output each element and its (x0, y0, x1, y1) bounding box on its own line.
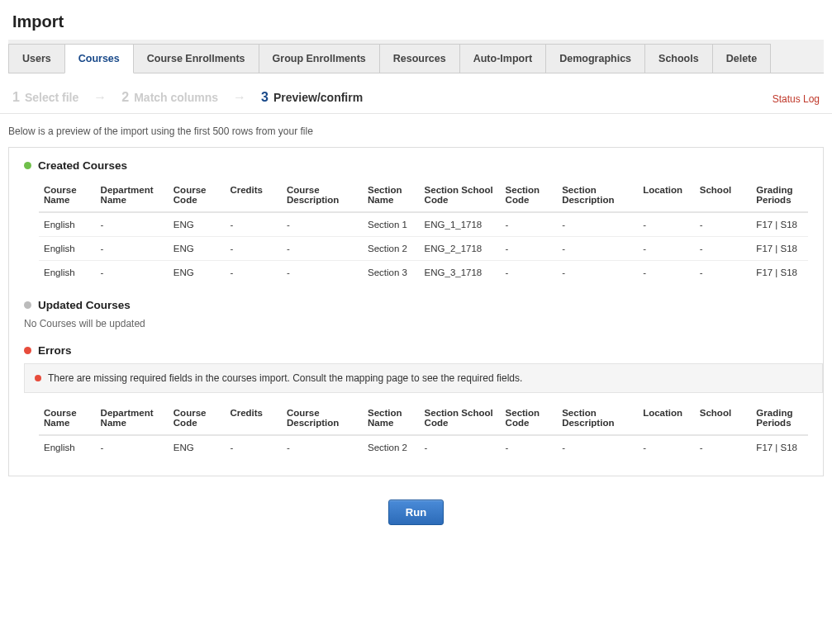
table-cell: Section 1 (363, 212, 420, 237)
col-header: Grading Periods (751, 178, 808, 212)
wizard-steps: 1Select file→2Match columns→3Preview/con… (0, 73, 832, 114)
tab-demographics[interactable]: Demographics (545, 44, 645, 73)
table-cell: Section 2 (363, 435, 420, 459)
errors-tbody: English-ENG--Section 2-----F17 | S18 (39, 435, 808, 459)
step-label: Match columns (134, 91, 218, 104)
tab-resources[interactable]: Resources (379, 44, 460, 73)
arrow-icon: → (233, 90, 246, 105)
col-header: Section School Code (420, 178, 501, 212)
table-row: English-ENG--Section 2ENG_2_1718----F17 … (39, 237, 808, 261)
tab-bar: UsersCoursesCourse EnrollmentsGroup Enro… (8, 40, 824, 73)
updated-title: Updated Courses (38, 299, 131, 311)
table-cell: - (225, 435, 282, 459)
table-cell: - (225, 261, 282, 285)
updated-note: No Courses will be updated (24, 318, 808, 329)
tab-users[interactable]: Users (8, 44, 65, 73)
table-cell: - (96, 237, 169, 261)
col-header: Location (638, 178, 695, 212)
col-header: Location (638, 401, 695, 435)
col-header: Section Code (501, 178, 558, 212)
status-dot-updated (24, 301, 31, 309)
preview-subtext: Below is a preview of the import using t… (0, 114, 832, 147)
col-header: Course Name (39, 178, 96, 212)
table-cell: ENG (169, 435, 226, 459)
errors-title: Errors (38, 344, 72, 357)
col-header: Department Name (96, 178, 169, 212)
table-cell: F17 | S18 (751, 435, 808, 459)
created-tbody: English-ENG--Section 1ENG_1_1718----F17 … (39, 212, 808, 284)
col-header: Section Name (363, 178, 420, 212)
alert-text: There are missing required fields in the… (48, 372, 522, 384)
table-cell: ENG_1_1718 (420, 212, 501, 237)
table-cell: - (225, 237, 282, 261)
col-header: Department Name (96, 401, 169, 435)
col-header: Section Description (557, 401, 638, 435)
table-cell: - (282, 435, 363, 459)
col-header: Section Description (557, 178, 638, 212)
alert-dot-icon (35, 375, 41, 381)
tab-auto-import[interactable]: Auto-Import (459, 44, 547, 73)
wizard-step-1: 1Select file (12, 90, 78, 105)
col-header: School (695, 401, 752, 435)
errors-section: Errors (9, 336, 823, 357)
created-table: Course NameDepartment NameCourse CodeCre… (39, 178, 808, 284)
table-cell: ENG_2_1718 (420, 237, 501, 261)
table-cell: - (557, 212, 638, 237)
table-cell: - (282, 261, 363, 285)
table-cell: - (557, 261, 638, 285)
table-cell: - (96, 261, 169, 285)
table-cell: - (501, 435, 558, 459)
table-cell: - (557, 237, 638, 261)
table-cell: English (39, 435, 96, 459)
table-cell: - (501, 212, 558, 237)
run-button[interactable]: Run (388, 500, 444, 525)
step-label: Preview/confirm (273, 91, 363, 104)
tab-schools[interactable]: Schools (644, 44, 713, 73)
table-cell: - (695, 435, 752, 459)
table-cell: - (501, 237, 558, 261)
table-cell: ENG (169, 237, 226, 261)
table-cell: - (96, 212, 169, 237)
preview-panel: Created Courses Course NameDepartment Na… (8, 147, 824, 476)
col-header: Course Description (282, 178, 363, 212)
col-header: Course Code (169, 401, 226, 435)
table-cell: - (638, 237, 695, 261)
col-header: Section School Code (420, 401, 501, 435)
col-header: School (695, 178, 752, 212)
table-cell: - (96, 435, 169, 459)
table-cell: ENG_3_1718 (420, 261, 501, 285)
table-row: English-ENG--Section 1ENG_1_1718----F17 … (39, 212, 808, 237)
created-courses-section: Created Courses Course NameDepartment Na… (9, 151, 823, 291)
table-cell: - (695, 261, 752, 285)
table-cell: - (282, 212, 363, 237)
status-dot-created (24, 162, 31, 169)
table-cell: F17 | S18 (751, 261, 808, 285)
tab-courses[interactable]: Courses (64, 44, 134, 73)
table-cell: ENG (169, 261, 226, 285)
table-cell: - (638, 212, 695, 237)
col-header: Section Name (363, 401, 420, 435)
created-title: Created Courses (38, 159, 127, 172)
table-cell: English (39, 237, 96, 261)
wizard-step-2: 2Match columns (121, 90, 218, 105)
page-title: Import (12, 12, 820, 31)
table-cell: English (39, 212, 96, 237)
step-number: 1 (12, 90, 20, 105)
created-thead: Course NameDepartment NameCourse CodeCre… (39, 178, 808, 212)
col-header: Grading Periods (751, 401, 808, 435)
col-header: Credits (225, 178, 282, 212)
table-cell: English (39, 261, 96, 285)
status-log-link[interactable]: Status Log (773, 93, 820, 105)
table-cell: - (282, 237, 363, 261)
table-cell: Section 2 (363, 237, 420, 261)
tab-group-enrollments[interactable]: Group Enrollments (259, 44, 380, 73)
errors-thead: Course NameDepartment NameCourse CodeCre… (39, 401, 808, 435)
table-cell: F17 | S18 (751, 237, 808, 261)
step-label: Select file (25, 91, 78, 104)
tab-delete[interactable]: Delete (712, 44, 772, 73)
step-number: 3 (261, 90, 269, 105)
step-number: 2 (121, 90, 129, 105)
col-header: Course Name (39, 401, 96, 435)
tab-course-enrollments[interactable]: Course Enrollments (133, 44, 259, 73)
status-dot-errors (24, 347, 31, 354)
